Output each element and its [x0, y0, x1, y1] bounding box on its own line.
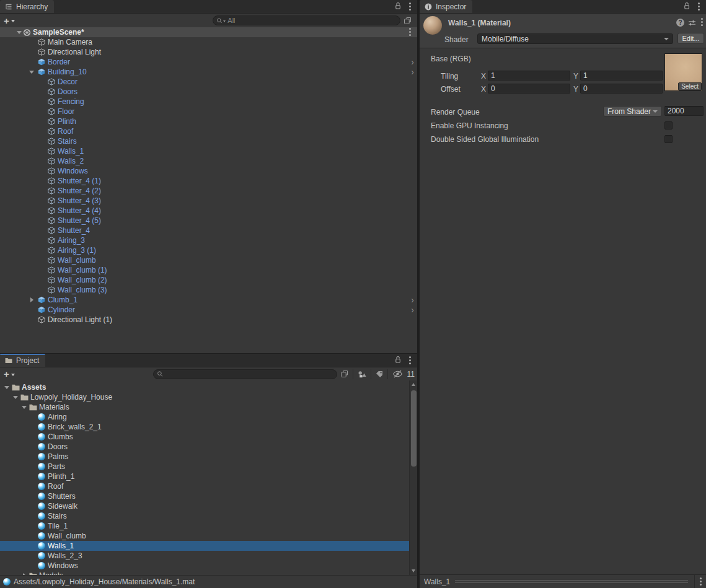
hierarchy-item-shutter-4-5[interactable]: Shutter_4 (5)	[0, 216, 417, 226]
base-texture-thumbnail[interactable]: Select	[664, 53, 702, 91]
search-by-type-icon[interactable]	[358, 371, 366, 378]
search-filter-caret[interactable]	[223, 20, 226, 22]
project-item-materials[interactable]: Materials	[0, 402, 409, 412]
hidden-items-eye-icon[interactable]	[392, 370, 403, 378]
hierarchy-item-directional-light[interactable]: Directional Light	[0, 47, 417, 57]
tab-project[interactable]: Project	[0, 354, 45, 367]
vertical-scrollbar[interactable]	[409, 380, 417, 575]
project-item-airing[interactable]: Airing	[0, 412, 409, 422]
project-item-walls-2-3[interactable]: Walls_2_3	[0, 551, 409, 561]
hierarchy-search-input[interactable]	[227, 17, 396, 24]
project-search[interactable]	[153, 369, 337, 379]
scene-kebab-icon[interactable]	[409, 31, 411, 33]
project-item-tile-1[interactable]: Tile_1	[0, 521, 409, 531]
search-by-label-icon[interactable]	[376, 371, 383, 378]
kebab-menu-icon[interactable]	[698, 6, 700, 7]
hierarchy-item-walls-2[interactable]: Walls_2	[0, 156, 417, 166]
kebab-menu-icon[interactable]	[700, 581, 702, 582]
hierarchy-item-cylinder[interactable]: Cylinder›	[0, 305, 417, 315]
project-item-plinth-1[interactable]: Plinth_1	[0, 472, 409, 481]
project-search-input[interactable]	[163, 371, 332, 378]
expander-open[interactable]	[20, 402, 29, 412]
hierarchy-item-shutter-4-1[interactable]: Shutter_4 (1)	[0, 176, 417, 186]
kebab-menu-icon[interactable]	[409, 6, 411, 7]
hierarchy-item-shutter-4[interactable]: Shutter_4	[0, 226, 417, 235]
hierarchy-item-airing-3[interactable]: Airing_3	[0, 235, 417, 245]
presets-icon[interactable]	[688, 19, 696, 29]
texture-select-button[interactable]: Select	[678, 82, 702, 90]
hierarchy-item-roof[interactable]: Roof	[0, 126, 417, 136]
hierarchy-item-airing-3-1[interactable]: Airing_3 (1)	[0, 245, 417, 255]
shader-dropdown[interactable]: Mobile/Diffuse	[477, 33, 673, 44]
prefab-open-arrow[interactable]: ›	[411, 305, 414, 315]
hierarchy-item-decor[interactable]: Decor	[0, 77, 417, 87]
hierarchy-search[interactable]	[213, 15, 400, 25]
maximize-search-icon[interactable]	[340, 370, 348, 378]
create-button[interactable]: +	[4, 369, 15, 379]
project-item-sidewalk[interactable]: Sidewalk	[0, 501, 409, 511]
hierarchy-item-floor[interactable]: Floor	[0, 107, 417, 116]
project-item-clumbs[interactable]: Clumbs	[0, 432, 409, 442]
prefab-open-arrow[interactable]: ›	[411, 57, 414, 67]
hierarchy-item-doors[interactable]: Doors	[0, 87, 417, 97]
project-item-assets[interactable]: Assets	[0, 382, 409, 392]
render-queue-value-input[interactable]	[664, 106, 704, 116]
maximize-search-icon[interactable]	[404, 17, 412, 25]
project-item-parts[interactable]: Parts	[0, 462, 409, 472]
hierarchy-item-plinth[interactable]: Plinth	[0, 116, 417, 126]
hierarchy-item-wall-clumb-2[interactable]: Wall_clumb (2)	[0, 275, 417, 285]
hierarchy-item-border[interactable]: Border›	[0, 57, 417, 67]
hierarchy-item-shutter-4-2[interactable]: Shutter_4 (2)	[0, 186, 417, 196]
project-item-lowpoly-holiday-house[interactable]: Lowpoly_Holiday_House	[0, 392, 409, 402]
tab-inspector[interactable]: Inspector	[420, 0, 472, 13]
hierarchy-item-fencing[interactable]: Fencing	[0, 97, 417, 107]
expander-open[interactable]	[11, 392, 20, 402]
project-item-shutters[interactable]: Shutters	[0, 491, 409, 501]
scene-expander[interactable]	[15, 27, 22, 37]
hierarchy-item-wall-clumb[interactable]: Wall_clumb	[0, 255, 417, 265]
project-item-roof[interactable]: Roof	[0, 481, 409, 491]
prefab-open-arrow[interactable]: ›	[411, 295, 414, 305]
hierarchy-item-directional-light-1[interactable]: Directional Light (1)	[0, 315, 417, 325]
project-item-windows[interactable]: Windows	[0, 561, 409, 571]
project-item-palms[interactable]: Palms	[0, 452, 409, 462]
scrollbar-thumb[interactable]	[411, 390, 417, 467]
preview-bar[interactable]: Walls_1	[420, 574, 706, 588]
tiling-x-input[interactable]	[488, 71, 570, 81]
scroll-down-arrow-icon[interactable]	[412, 569, 415, 573]
prefab-open-arrow[interactable]: ›	[411, 67, 414, 77]
hierarchy-item-main-camera[interactable]: Main Camera	[0, 37, 417, 47]
offset-y-input[interactable]	[580, 84, 663, 94]
lock-icon[interactable]	[394, 2, 402, 12]
tiling-y-input[interactable]	[580, 71, 663, 81]
hierarchy-item-windows[interactable]: Windows	[0, 166, 417, 176]
project-item-stairs[interactable]: Stairs	[0, 511, 409, 521]
scene-header-row[interactable]: SampleScene*	[0, 27, 417, 37]
expander-open[interactable]	[27, 67, 37, 77]
preview-resize-grip[interactable]	[455, 580, 688, 583]
hierarchy-item-shutter-4-3[interactable]: Shutter_4 (3)	[0, 196, 417, 206]
kebab-menu-icon[interactable]	[409, 359, 411, 361]
help-icon[interactable]: ?	[676, 19, 684, 27]
render-queue-dropdown[interactable]: From Shader	[603, 106, 662, 116]
project-item-doors[interactable]: Doors	[0, 442, 409, 452]
offset-x-input[interactable]	[488, 84, 570, 94]
gpu-instancing-checkbox[interactable]	[664, 121, 673, 129]
expander-closed[interactable]	[27, 295, 37, 305]
lock-icon[interactable]	[394, 356, 402, 366]
lock-icon[interactable]	[683, 2, 691, 12]
hierarchy-item-walls-1[interactable]: Walls_1	[0, 146, 417, 156]
project-item-walls-1[interactable]: Walls_1	[0, 541, 409, 551]
hierarchy-item-wall-clumb-1[interactable]: Wall_clumb (1)	[0, 265, 417, 275]
expander-open[interactable]	[2, 382, 11, 392]
double-sided-gi-checkbox[interactable]	[664, 135, 673, 143]
hierarchy-item-stairs[interactable]: Stairs	[0, 136, 417, 146]
hierarchy-item-shutter-4-4[interactable]: Shutter_4 (4)	[0, 206, 417, 216]
tab-hierarchy[interactable]: Hierarchy	[0, 0, 54, 13]
create-button[interactable]: +	[4, 16, 15, 25]
kebab-menu-icon[interactable]	[701, 21, 703, 23]
project-item-wall-clumb[interactable]: Wall_clumb	[0, 531, 409, 541]
project-item-brick-walls-2-1[interactable]: Brick_walls_2_1	[0, 422, 409, 432]
hierarchy-item-building-10[interactable]: Building_10›	[0, 67, 417, 77]
scroll-up-arrow-icon[interactable]	[412, 383, 415, 386]
